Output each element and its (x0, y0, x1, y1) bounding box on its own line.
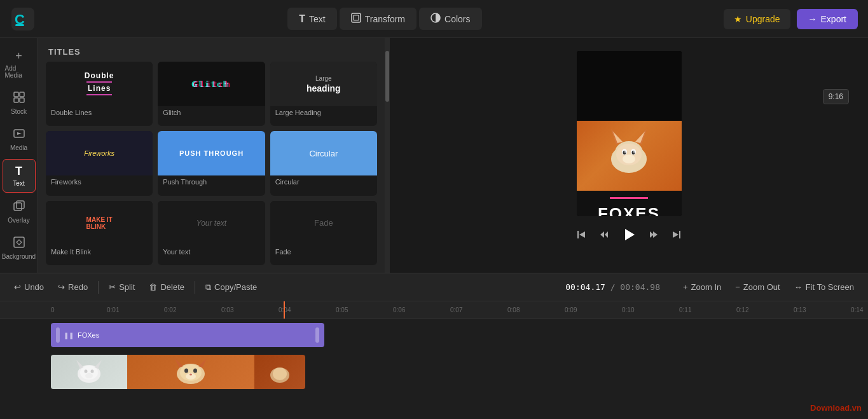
ruler-mark-14: 0:14 (851, 306, 863, 313)
step-forward-button[interactable] (646, 227, 661, 242)
redo-icon: ↪ (58, 282, 65, 292)
split-icon: ✂ (109, 282, 116, 292)
video-thumb-white-fox (51, 355, 127, 389)
text-track-row: ❚❚ FOXes (51, 319, 868, 352)
copy-paste-label: Copy/Paste (214, 282, 257, 292)
text-tool-button[interactable]: T Text (287, 8, 336, 30)
text-clip[interactable]: ❚❚ FOXes (51, 323, 324, 347)
transform-tool-label: Transform (365, 14, 405, 24)
svg-marker-49 (175, 359, 183, 367)
skip-to-end-button[interactable] (669, 227, 684, 242)
svg-rect-6 (14, 92, 18, 97)
sidebar-item-media[interactable]: Media (3, 123, 36, 156)
svg-marker-33 (579, 231, 585, 238)
panel-scrollbar[interactable] (385, 38, 390, 273)
ruler-mark-13: 0:13 (794, 306, 806, 313)
undo-label: Undo (24, 282, 44, 292)
title-card-large-heading[interactable]: Large heading Large Heading (270, 62, 377, 126)
video-preview-fox (577, 121, 682, 191)
sidebar-item-label: Stock (11, 108, 27, 115)
push-through-label: Push Through (158, 175, 265, 189)
video-track-row (51, 352, 868, 392)
ruler-mark-8: 0:08 (507, 306, 520, 313)
svg-marker-36 (625, 229, 635, 240)
title-card-double-lines[interactable]: Double Lines Double Lines (46, 62, 153, 126)
colors-tool-button[interactable]: Colors (419, 8, 481, 30)
title-card-glitch[interactable]: Glitch Glitch (158, 62, 265, 126)
ruler-mark-12: 0:12 (736, 306, 748, 313)
fireworks-label: Fireworks (46, 175, 153, 189)
toolbar-divider-2 (195, 281, 195, 294)
svg-point-45 (85, 369, 88, 373)
svg-rect-8 (14, 98, 18, 102)
title-card-push-through[interactable]: PUSH THROUGH Push Through (158, 131, 265, 195)
sidebar-item-label: Overlay (8, 217, 29, 224)
play-button[interactable] (619, 225, 638, 244)
text-tool-icon: T (299, 13, 305, 25)
fit-to-screen-button[interactable]: ↔ Fit To Screen (788, 279, 860, 295)
copy-paste-icon: ⧉ (205, 282, 211, 292)
total-time: 00:04.98 (620, 282, 660, 292)
sidebar-item-label: Add Media (5, 65, 33, 79)
transform-tool-button[interactable]: Transform (340, 8, 417, 30)
sidebar-item-stock[interactable]: Stock (3, 86, 36, 120)
svg-marker-39 (673, 231, 679, 238)
delete-button[interactable]: 🗑 Delete (142, 279, 191, 295)
playback-controls (574, 225, 684, 244)
preview-area: 9:16 (390, 38, 868, 273)
fade-label: Fade (270, 245, 377, 259)
ruler-mark-10: 0:10 (622, 306, 634, 313)
clip-right-handle[interactable] (315, 327, 319, 343)
ruler-mark-6: 0:06 (393, 306, 405, 313)
ruler-mark-1: 0:01 (107, 306, 119, 313)
title-card-fade[interactable]: Fade Fade (270, 201, 377, 265)
svg-rect-40 (679, 231, 680, 238)
redo-button[interactable]: ↪ Redo (52, 279, 94, 295)
foxes-title: FOXES (598, 204, 660, 216)
sidebar-item-text[interactable]: T Text (3, 159, 36, 193)
svg-rect-11 (14, 203, 22, 210)
svg-rect-3 (352, 13, 361, 22)
undo-button[interactable]: ↩ Undo (8, 279, 50, 295)
sidebar-item-background[interactable]: Background (3, 231, 36, 265)
svg-point-29 (633, 151, 635, 153)
fit-to-screen-icon: ↔ (794, 282, 803, 292)
skip-to-start-button[interactable] (574, 227, 589, 242)
svg-point-57 (273, 367, 287, 380)
zoom-out-button[interactable]: − Zoom Out (729, 279, 786, 295)
svg-rect-32 (577, 231, 579, 238)
split-button[interactable]: ✂ Split (102, 279, 141, 295)
video-clip[interactable] (51, 355, 305, 389)
svg-point-55 (189, 374, 192, 376)
stock-icon (13, 92, 25, 106)
left-panel: TITLES Double Lines Double Lines Glitch (38, 38, 385, 273)
sidebar-item-transition[interactable]: Transition (3, 268, 36, 273)
zoom-in-button[interactable]: + Zoom In (677, 279, 727, 295)
step-back-button[interactable] (596, 227, 612, 242)
sidebar-item-add-media[interactable]: + Add Media (3, 45, 36, 84)
ruler-mark-3: 0:03 (221, 306, 233, 313)
clip-left-handle[interactable] (56, 327, 60, 343)
ruler-mark-5: 0:05 (336, 306, 348, 313)
title-card-fireworks[interactable]: Fireworks Fireworks (46, 131, 153, 195)
topbar-right: ★ Upgrade → Export (724, 9, 858, 29)
circular-label: Circular (270, 175, 377, 189)
aspect-ratio-badge: 9:16 (823, 89, 849, 104)
title-card-your-text[interactable]: Your text Your text (158, 201, 265, 265)
timeline-area: ↩ Undo ↪ Redo ✂ Split 🗑 Delete ⧉ Copy/Pa… (0, 273, 868, 419)
copy-paste-button[interactable]: ⧉ Copy/Paste (199, 279, 263, 296)
video-thumb-brown-fox (127, 355, 254, 389)
title-card-circular[interactable]: Circular Circular (270, 131, 377, 195)
timeline-time-display: 00:04.17 / 00:04.98 (565, 282, 660, 292)
export-button[interactable]: → Export (797, 9, 858, 29)
timeline-content: 0 0:01 0:02 0:03 0:04 0:05 0:06 0:07 0:0… (0, 301, 868, 419)
video-thumb-partial (254, 355, 305, 389)
zoom-in-icon: + (683, 282, 688, 292)
title-card-make-it-blink[interactable]: MAKE ITBLINK Make It Blink (46, 201, 153, 265)
current-time: 00:04.17 (565, 282, 610, 292)
upgrade-button[interactable]: ★ Upgrade (724, 9, 790, 29)
ruler-mark-0: 0 (51, 306, 55, 313)
svg-point-47 (85, 373, 93, 378)
export-label: Export (821, 14, 846, 24)
sidebar-item-overlay[interactable]: Overlay (3, 195, 36, 229)
